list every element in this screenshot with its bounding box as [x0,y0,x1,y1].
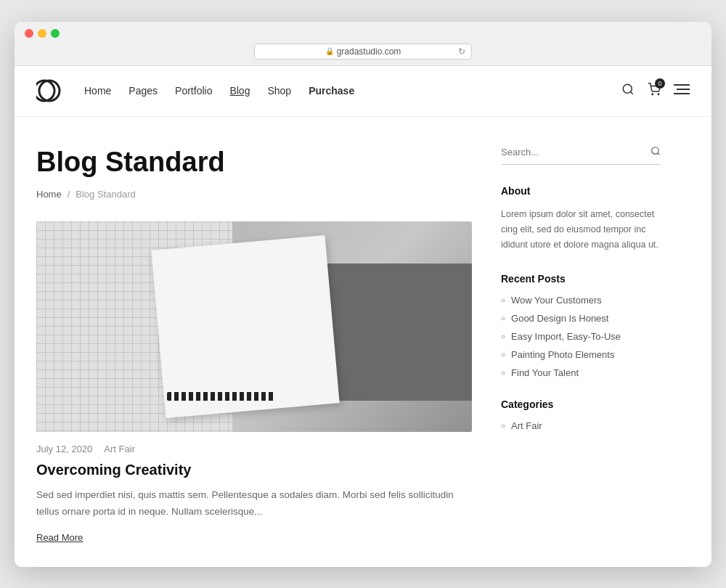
sidebar-categories-heading: Categories [501,399,661,410]
dot-red[interactable] [25,29,33,38]
svg-point-0 [39,81,60,101]
main-content: Blog Standard Home / Blog Standard July … [36,146,472,545]
navbar: Home Pages Portfolio Blog Shop Purchase … [15,66,711,117]
sidebar-recent-posts-heading: Recent Posts [501,273,661,285]
sidebar-recent-posts-list: Wow Your Customers Good Design Is Honest… [501,295,661,378]
recent-post-link-2[interactable]: Easy Import, Easy-To-Use [511,331,621,342]
recent-post-link-0[interactable]: Wow Your Customers [511,295,602,306]
dot-yellow[interactable] [38,29,46,38]
nav-link-portfolio[interactable]: Portfolio [175,85,212,97]
sidebar-recent-posts-section: Recent Posts Wow Your Customers Good Des… [501,273,661,378]
svg-point-4 [652,94,653,95]
post-date: July 12, 2020 [36,444,92,454]
menu-button[interactable] [674,83,690,99]
svg-point-2 [623,84,632,93]
list-item[interactable]: Painting Photo Elements [501,349,661,360]
sidebar-search-box[interactable] [501,146,661,165]
list-item[interactable]: Find Your Talent [501,367,661,378]
nav-link-blog[interactable]: Blog [229,85,250,97]
svg-point-9 [652,147,658,153]
page-title: Blog Standard [36,146,472,179]
cart-button[interactable]: 0 [648,83,661,99]
read-more-link[interactable]: Read More [36,532,83,543]
search-button[interactable] [621,83,635,99]
sidebar-search-button[interactable] [650,146,661,158]
nav-item-purchase[interactable]: Purchase [309,84,354,97]
list-item[interactable]: Art Fair [501,420,661,431]
post-category[interactable]: Art Fair [104,444,135,454]
recent-post-link-4[interactable]: Find Your Talent [511,367,579,378]
browser-dots [25,29,701,38]
notebook-graphic [151,235,339,418]
refresh-icon[interactable]: ↻ [458,46,465,57]
svg-point-5 [658,94,659,95]
nav-link-purchase[interactable]: Purchase [309,85,354,97]
breadcrumb: Home / Blog Standard [36,189,472,200]
lock-icon: 🔒 [325,47,334,55]
svg-line-10 [658,152,660,155]
nav-links: Home Pages Portfolio Blog Shop Purchase [84,84,621,97]
nav-item-home[interactable]: Home [84,84,111,97]
post-excerpt: Sed sed imperdiet nisi, quis mattis sem.… [36,487,472,520]
nav-link-pages[interactable]: Pages [129,85,158,97]
list-item[interactable]: Easy Import, Easy-To-Use [501,331,661,342]
post-meta: July 12, 2020 Art Fair [36,444,472,454]
spiral-binding [167,392,276,401]
list-item[interactable]: Wow Your Customers [501,295,661,306]
nav-right: 0 [621,83,690,99]
nav-link-home[interactable]: Home [84,85,111,97]
sidebar: About Lorem ipsum dolor sit amet, consec… [501,146,661,545]
nav-item-shop[interactable]: Shop [267,84,291,97]
url-text: gradastudio.com [337,46,401,57]
sidebar-about-text: Lorem ipsum dolor sit amet, consectet ci… [501,207,661,253]
browser-chrome: 🔒 gradastudio.com ↻ [15,22,711,66]
nav-link-shop[interactable]: Shop [267,85,291,97]
svg-line-3 [630,91,632,94]
list-item[interactable]: Good Design Is Honest [501,313,661,324]
sidebar-categories-list: Art Fair [501,420,661,431]
nav-item-pages[interactable]: Pages [129,84,158,97]
breadcrumb-home[interactable]: Home [36,189,62,200]
nav-logo[interactable] [36,78,62,104]
blog-post-image[interactable] [36,221,472,432]
recent-post-link-3[interactable]: Painting Photo Elements [511,349,614,360]
nav-item-portfolio[interactable]: Portfolio [175,84,212,97]
recent-post-link-1[interactable]: Good Design Is Honest [511,313,608,324]
post-title[interactable]: Overcoming Creativity [36,462,472,478]
cart-badge: 0 [655,78,665,89]
sidebar-search-input[interactable] [501,147,650,158]
category-link-0[interactable]: Art Fair [511,420,542,431]
sidebar-about-heading: About [501,185,661,197]
breadcrumb-current: Blog Standard [76,189,135,200]
page-content: Blog Standard Home / Blog Standard July … [15,117,711,567]
sidebar-about-section: About Lorem ipsum dolor sit amet, consec… [501,185,661,253]
breadcrumb-separator: / [68,189,70,200]
dot-green[interactable] [51,29,60,38]
address-bar[interactable]: 🔒 gradastudio.com ↻ [254,44,472,60]
sidebar-categories-section: Categories Art Fair [501,399,661,431]
browser-window: 🔒 gradastudio.com ↻ Home Pages Portfolio… [15,22,711,567]
nav-item-blog[interactable]: Blog [229,84,250,97]
